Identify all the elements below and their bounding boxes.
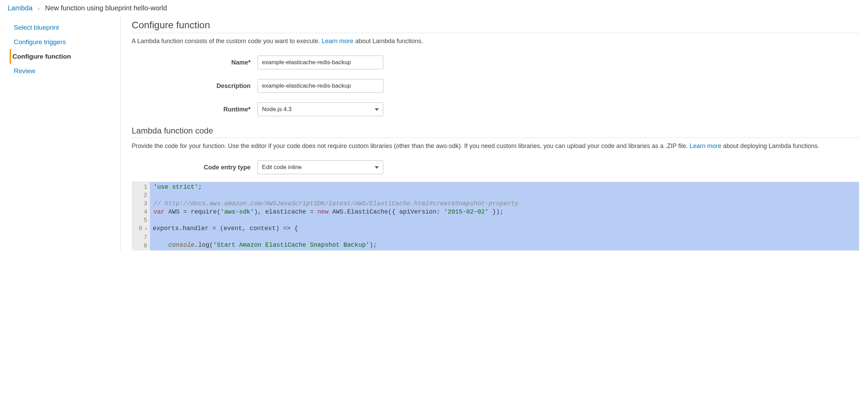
code-entry-type-label: Code entry type	[132, 164, 258, 171]
divider	[132, 138, 859, 138]
caret-down-icon	[375, 166, 379, 169]
intro-text: A Lambda function consists of the custom…	[132, 38, 322, 45]
code-editor[interactable]: 123456 ▾78 'use strict'; // http://docs.…	[132, 182, 859, 250]
description-label: Description	[132, 82, 258, 90]
breadcrumb-current: New function using blueprint hello-world	[45, 4, 167, 12]
learn-more-link[interactable]: Learn more	[322, 38, 353, 45]
description-input[interactable]	[258, 79, 383, 93]
learn-more-deploy-link[interactable]: Learn more	[690, 142, 721, 149]
name-label: Name*	[132, 59, 258, 66]
wizard-sidebar: Select blueprint Configure triggers Conf…	[0, 16, 121, 251]
code-intro-suffix: about deploying Lambda functions.	[721, 142, 819, 149]
divider	[132, 33, 859, 33]
breadcrumb: Lambda › New function using blueprint he…	[0, 0, 868, 16]
sidebar-item-review[interactable]: Review	[10, 64, 120, 78]
code-intro-text: Provide the code for your function. Use …	[132, 142, 690, 149]
code-area[interactable]: 'use strict'; // http://docs.aws.amazon.…	[150, 182, 859, 250]
main-content: Configure function A Lambda function con…	[121, 16, 868, 251]
sidebar-item-select-blueprint[interactable]: Select blueprint	[10, 20, 120, 35]
sidebar-item-configure-triggers[interactable]: Configure triggers	[10, 35, 120, 49]
runtime-selected-value: Node.js 4.3	[262, 106, 292, 113]
sidebar-item-configure-function[interactable]: Configure function	[10, 49, 120, 64]
lambda-code-title: Lambda function code	[132, 126, 859, 136]
caret-down-icon	[375, 108, 379, 111]
intro-text-suffix: about Lambda functions.	[353, 38, 423, 45]
runtime-label: Runtime*	[132, 106, 258, 113]
name-input[interactable]	[258, 56, 383, 69]
code-gutter: 123456 ▾78	[132, 182, 150, 250]
runtime-select[interactable]: Node.js 4.3	[258, 102, 383, 116]
configure-function-intro: A Lambda function consists of the custom…	[132, 37, 859, 46]
code-entry-type-select[interactable]: Edit code inline	[258, 160, 383, 174]
breadcrumb-separator-icon: ›	[38, 6, 40, 11]
code-entry-selected-value: Edit code inline	[262, 164, 302, 171]
configure-function-title: Configure function	[132, 20, 859, 31]
lambda-code-intro: Provide the code for your function. Use …	[132, 141, 859, 151]
breadcrumb-root-link[interactable]: Lambda	[8, 4, 32, 12]
